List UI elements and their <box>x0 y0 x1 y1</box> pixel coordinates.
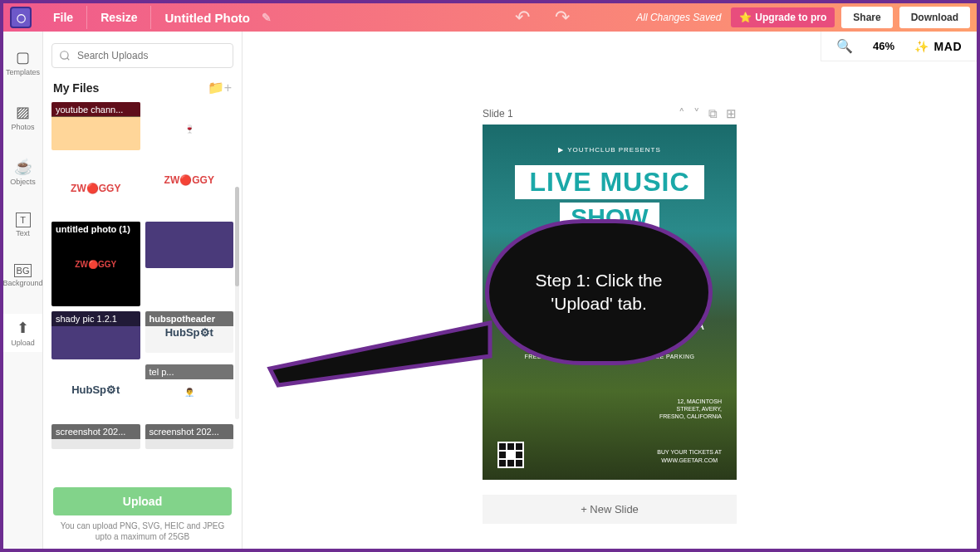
file-item[interactable]: HubSp⚙t <box>51 364 140 414</box>
zoom-value[interactable]: 46% <box>873 40 894 52</box>
background-icon: BG <box>14 264 32 277</box>
objects-icon: ☕ <box>14 158 32 176</box>
file-item[interactable]: screenshot 202... <box>51 424 140 449</box>
file-label: youtube chann... <box>51 102 140 117</box>
file-item[interactable]: untitled photo (1)ZW🔴GGY <box>51 222 140 306</box>
file-item[interactable]: 🍷 <box>145 102 234 155</box>
share-button[interactable]: Share <box>841 7 892 28</box>
sidebar-item-upload[interactable]: ⬆ Upload <box>3 314 42 352</box>
menu-file[interactable]: File <box>40 6 87 29</box>
file-label: screenshot 202... <box>51 424 140 439</box>
sidebar-item-background[interactable]: BG Background <box>3 259 42 292</box>
app-logo[interactable]: ◯ <box>10 7 32 28</box>
slide-up-icon[interactable]: ˄ <box>679 106 685 121</box>
doc-title[interactable]: Untitled Photo <box>164 11 249 25</box>
templates-icon: ▢ <box>16 48 30 66</box>
undo-redo-group: ↶ ↷ <box>515 7 636 28</box>
search-input[interactable] <box>51 43 233 68</box>
sidebar-item-photos[interactable]: ▨ Photos <box>3 98 42 136</box>
slide-header: Slide 1 ˄ ˅ ⧉ ⊞ <box>483 106 737 121</box>
zoom-bar: 🔍 46% ✨MAD <box>821 32 977 61</box>
file-label: hubspotheader <box>145 311 234 326</box>
file-item[interactable] <box>145 222 234 268</box>
file-grid: youtube chann... 🍷 ZW🔴GGY ZW🔴GGY untitle… <box>43 102 242 484</box>
upload-icon: ⬆ <box>17 319 29 337</box>
file-item[interactable]: shady pic 1.2.1 <box>51 311 140 359</box>
redo-icon[interactable]: ↷ <box>555 7 570 28</box>
file-item[interactable]: ZW🔴GGY <box>145 160 234 200</box>
qr-code <box>497 442 524 468</box>
sidebar-label: Background <box>3 279 43 287</box>
copy-slide-icon[interactable]: ⧉ <box>708 106 718 121</box>
sidebar-label: Upload <box>11 339 35 347</box>
photos-icon: ▨ <box>16 103 30 121</box>
sidebar: ▢ Templates ▨ Photos ☕ Objects T Text BG… <box>3 32 43 549</box>
doc-title-wrap: Untitled Photo ✎ <box>151 11 515 25</box>
file-item[interactable]: tel p...👨‍💼 <box>145 364 234 419</box>
star-icon: ⭐ <box>739 12 752 23</box>
slide-title1: LIVE MUSIC <box>515 165 704 199</box>
sidebar-item-text[interactable]: T Text <box>3 208 42 242</box>
sidebar-label: Objects <box>10 178 36 186</box>
file-label: shady pic 1.2.1 <box>51 311 140 326</box>
zoom-icon[interactable]: 🔍 <box>836 38 853 54</box>
sidebar-label: Templates <box>6 68 40 76</box>
callout-bubble: Step 1: Click the 'Upload' tab. <box>485 219 713 365</box>
file-item[interactable]: screenshot 202... <box>145 424 234 449</box>
sidebar-label: Photos <box>11 123 34 131</box>
add-folder-icon[interactable]: 📁+ <box>208 80 232 95</box>
tickets: BUY YOUR TICKETS ATWWW.GEETAR.COM <box>657 448 722 465</box>
callout-tail <box>266 306 515 406</box>
sidebar-item-objects[interactable]: ☕ Objects <box>3 153 42 191</box>
brand-mad[interactable]: ✨MAD <box>914 40 962 53</box>
file-label: tel p... <box>145 364 234 379</box>
new-slide-button[interactable]: + New Slide <box>483 495 737 524</box>
scrollbar[interactable] <box>235 187 239 419</box>
upload-hint: You can upload PNG, SVG, HEIC and JPEG u… <box>43 520 242 549</box>
uploads-panel: My Files 📁+ youtube chann... 🍷 ZW🔴GGY ZW… <box>43 32 243 549</box>
panel-heading: My Files <box>53 81 99 95</box>
sidebar-label: Text <box>16 229 30 237</box>
file-label: untitled photo (1) <box>51 222 140 237</box>
canvas-area: 🔍 46% ✨MAD Slide 1 ˄ ˅ ⧉ ⊞ ▶YOUTHCLUB PR… <box>243 32 977 549</box>
edit-title-icon[interactable]: ✎ <box>262 11 272 24</box>
upgrade-label: Upgrade to pro <box>755 12 826 23</box>
sidebar-item-templates[interactable]: ▢ Templates <box>3 43 42 81</box>
slide-presents: ▶YOUTHCLUB PRESENTS <box>483 146 737 154</box>
callout: Step 1: Click the 'Upload' tab. <box>485 219 713 365</box>
file-item[interactable]: ZW🔴GGY <box>51 160 140 217</box>
upload-button[interactable]: Upload <box>53 487 232 515</box>
file-item[interactable]: hubspotheaderHubSp⚙t <box>145 311 234 353</box>
slide-down-icon[interactable]: ˅ <box>693 106 700 121</box>
save-status: All Changes Saved <box>636 12 721 23</box>
menu-resize[interactable]: Resize <box>87 6 151 29</box>
undo-icon[interactable]: ↶ <box>515 7 530 28</box>
download-button[interactable]: Download <box>899 7 970 28</box>
upgrade-button[interactable]: ⭐ Upgrade to pro <box>731 7 835 27</box>
address: 12, MACINTOSHSTREET, AVERY,FRESNO, CALIF… <box>659 398 722 420</box>
text-icon: T <box>16 212 31 227</box>
wand-icon: ✨ <box>914 40 929 53</box>
file-item[interactable]: youtube chann... <box>51 102 140 150</box>
add-slide-icon[interactable]: ⊞ <box>726 106 737 121</box>
topbar: ◯ File Resize Untitled Photo ✎ ↶ ↷ All C… <box>3 3 977 32</box>
file-label: screenshot 202... <box>145 424 234 439</box>
slide-label: Slide 1 <box>483 108 513 120</box>
